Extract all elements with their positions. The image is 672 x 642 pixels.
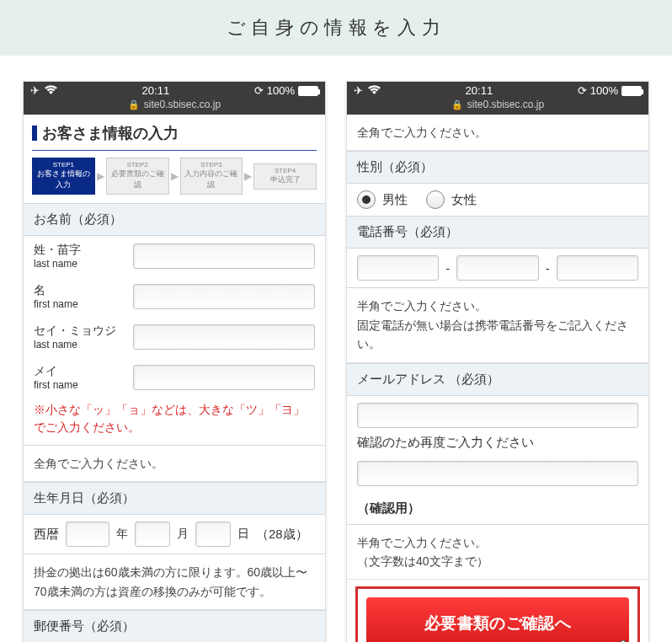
step-3: STEP3入力内容のご確認 [180, 158, 243, 195]
cta-wrap: 必要書類のご確認へ [355, 586, 640, 642]
phone1-input[interactable] [357, 255, 439, 281]
page-banner: ご自身の情報を入力 [0, 0, 672, 56]
label-era: 西暦 [34, 527, 59, 543]
dob-section-header: 生年月日（必須） [24, 482, 325, 515]
chevron-right-icon: ▶ [244, 170, 252, 182]
phone-left: ✈︎ 20:11 ⟳ 100% 🔒 site0.sbisec.co.jp お客さ… [23, 81, 326, 642]
phone2-input[interactable] [456, 255, 538, 281]
wifi-icon [368, 84, 381, 97]
chevron-right-icon: ▶ [97, 170, 104, 182]
unit-year: 年 [116, 527, 128, 542]
label-sei-en: last name [34, 258, 126, 270]
row-email-confirm-label: 確認のため再度ご入力ください [347, 435, 648, 454]
label-sei-kana-en: last name [34, 339, 126, 350]
label-mei-kana: メイ [34, 364, 126, 379]
radio-male[interactable] [357, 190, 376, 209]
radio-female[interactable] [426, 190, 445, 209]
row-email-confirm [347, 454, 648, 493]
phone-section-header: 電話番号（必須） [347, 216, 648, 249]
kana-note: ※小さな「ッ」「ョ」などは、大きな「ツ」「ヨ」でご入力ください。 [24, 398, 325, 445]
chevron-right-icon: ▶ [171, 170, 179, 182]
email-input[interactable] [357, 403, 638, 428]
lock-icon: 🔒 [128, 99, 140, 110]
name-section-header: お名前（必須） [24, 203, 325, 236]
label-mei-kana-en: first name [34, 379, 126, 391]
dob-year-input[interactable] [66, 522, 109, 547]
phone-dash2: - [546, 261, 550, 276]
unit-month: 月 [177, 527, 189, 542]
email-confirm-label: 確認のため再度ご入力ください [357, 435, 534, 451]
age-display: （28歳） [256, 527, 308, 543]
label-female: 女性 [451, 192, 477, 208]
step-4: STEP4申込完了 [253, 163, 317, 190]
label-sei: 姓・苗字 [34, 243, 126, 258]
label-mei: 名 [34, 283, 126, 298]
battery-icon [621, 86, 642, 96]
lastname-kana-input[interactable] [133, 324, 315, 350]
step-strip: STEP1お客さま情報の入力 ▶ STEP2必要書類のご確認 ▶ STEP3入力… [24, 154, 325, 203]
phones-container: ✈︎ 20:11 ⟳ 100% 🔒 site0.sbisec.co.jp お客さ… [0, 56, 672, 642]
row-email [347, 396, 648, 435]
phone-dash1: - [445, 261, 450, 276]
row-lastname-kana: セイ・ミョウジlast name [24, 317, 325, 357]
email-section-header: メールアドレス （必須） [347, 363, 648, 396]
status-time: 20:11 [142, 84, 170, 97]
email-confirm-header: （確認用） [347, 493, 648, 524]
zip-section-header: 郵便番号（必須） [24, 610, 325, 642]
email-note: 半角でご入力ください。 （文字数は40文字まで） [347, 525, 648, 580]
label-mei-en: first name [34, 298, 126, 310]
row-gender: 男性 女性 [347, 184, 648, 216]
status-battery-pct: ⟳ [254, 84, 264, 97]
status-time: 20:11 [466, 84, 493, 97]
airplane-icon: ✈︎ [30, 84, 40, 97]
firstname-kana-input[interactable] [133, 365, 315, 390]
step-2: STEP2必要書類のご確認 [106, 158, 169, 195]
lock-icon: 🔒 [451, 99, 463, 110]
row-firstname-kana: メイfirst name [24, 357, 325, 398]
dob-month-input[interactable] [135, 522, 170, 547]
phone-right: ✈︎ 20:11 ⟳ 100% 🔒 site0.sbisec.co.jp 全角で… [346, 81, 649, 642]
page-title-text: お客さま情報の入力 [42, 123, 179, 143]
gender-section-header: 性別（必須） [347, 151, 648, 184]
firstname-input[interactable] [133, 284, 315, 309]
email-confirm-input[interactable] [357, 461, 638, 486]
url-text: site0.sbisec.co.jp [467, 99, 544, 110]
label-male: 男性 [382, 192, 408, 208]
zenkaku-note: 全角でご入力ください。 [24, 446, 325, 482]
next-step-button[interactable]: 必要書類のご確認へ [366, 597, 629, 642]
wifi-icon [45, 84, 57, 97]
step-1: STEP1お客さま情報の入力 [32, 158, 95, 195]
row-phone: - - [347, 249, 648, 287]
battery-icon [298, 86, 318, 96]
page-title: お客さま情報の入力 [24, 115, 325, 150]
url-text: site0.sbisec.co.jp [144, 99, 221, 110]
phone3-input[interactable] [557, 255, 638, 281]
lastname-input[interactable] [133, 243, 315, 269]
phone-note: 半角でご入力ください。 固定電話が無い場合は携帯電話番号をご記入ください。 [347, 288, 648, 362]
url-bar: 🔒 site0.sbisec.co.jp [24, 97, 325, 115]
label-sei-kana: セイ・ミョウジ [34, 324, 126, 339]
title-accent [32, 126, 37, 141]
row-dob: 西暦 年 月 日 （28歳） [24, 515, 325, 554]
url-bar: 🔒 site0.sbisec.co.jp [347, 97, 648, 115]
status-battery-pct: 100% [590, 84, 618, 97]
dob-day-input[interactable] [195, 522, 231, 547]
airplane-icon: ✈︎ [354, 84, 363, 97]
status-bar: ✈︎ 20:11 ⟳ 100% [24, 82, 325, 97]
unit-day: 日 [237, 527, 249, 542]
zenkaku-note-right: 全角でご入力ください。 [347, 115, 648, 151]
pointer-icon [612, 639, 641, 642]
status-bar: ✈︎ 20:11 ⟳ 100% [347, 82, 648, 97]
row-firstname: 名first name [24, 276, 325, 317]
status-battery-pct: 100% [267, 84, 295, 97]
row-lastname: 姓・苗字last name [24, 236, 325, 276]
age-note: 掛金の拠出は60歳未満の方に限ります。60歳以上〜70歳未満の方は資産の移換のみ… [24, 554, 325, 610]
